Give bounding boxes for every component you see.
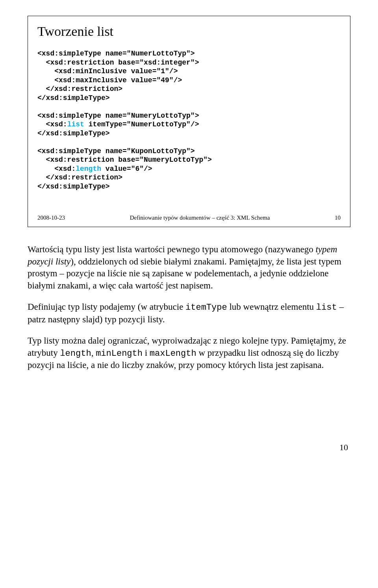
text: ), oddzielonych od siebie białymi znakam…: [28, 257, 341, 290]
text: i: [143, 348, 150, 358]
text: Wartością typu listy jest lista wartości…: [28, 244, 315, 254]
code-inline: list: [316, 303, 337, 312]
slide-title: Tworzenie list: [37, 24, 341, 39]
code-block: <xsd:simpleType name="NumerLottoTyp"> <x…: [37, 49, 341, 191]
code-inline: itemType: [185, 303, 227, 312]
page-number: 10: [28, 442, 350, 453]
text: ,: [91, 348, 96, 358]
code-inline: maxLength: [150, 349, 196, 359]
body-text: Wartością typu listy jest lista wartości…: [28, 244, 350, 372]
footer-date: 2008-10-23: [37, 214, 65, 221]
footer-page: 10: [335, 214, 341, 221]
footer-title: Definiowanie typów dokumentów – część 3:…: [130, 214, 270, 221]
page: Tworzenie list <xsd:simpleType name="Num…: [0, 0, 378, 464]
slide-box: Tworzenie list <xsd:simpleType name="Num…: [28, 16, 350, 227]
code-inline: minLength: [96, 349, 143, 359]
paragraph-3: Typ listy można dalej ograniczać, wyproi…: [28, 335, 350, 371]
paragraph-1: Wartością typu listy jest lista wartości…: [28, 244, 350, 292]
text: lub wewnątrz elementu: [227, 302, 316, 312]
text: Definiując typ listy podajemy (w atrybuc…: [28, 302, 185, 312]
slide-footer: 2008-10-23 Definiowanie typów dokumentów…: [37, 214, 341, 221]
paragraph-2: Definiując typ listy podajemy (w atrybuc…: [28, 301, 350, 325]
code-inline: length: [60, 349, 91, 359]
